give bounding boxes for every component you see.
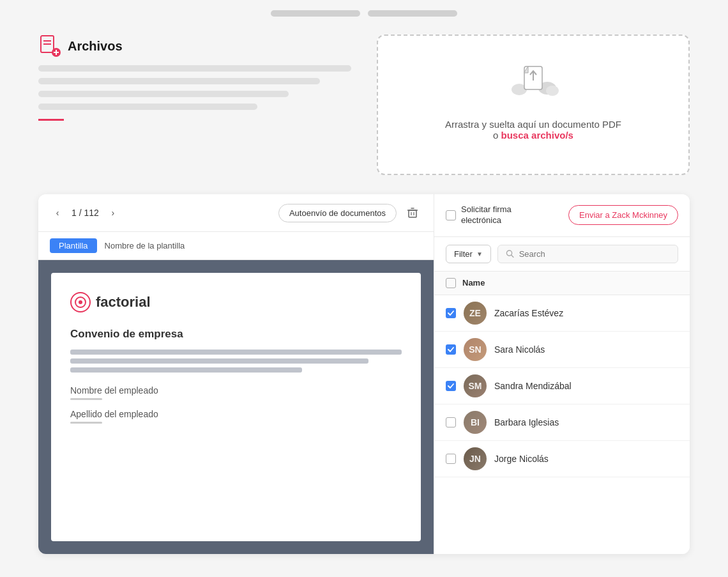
checkbox-zacarias[interactable] bbox=[446, 308, 456, 318]
doc-preview: factorial Convenio de empresa Nombre del… bbox=[38, 260, 434, 554]
filter-bar: Filter ▼ bbox=[434, 237, 690, 272]
table-header: Name bbox=[434, 272, 690, 295]
person-row: BI Barbara Iglesias bbox=[434, 404, 690, 441]
lower-section: ‹ 1 / 112 › Autoenvío de documentos bbox=[38, 194, 690, 554]
select-all-checkbox[interactable] bbox=[446, 278, 456, 288]
factorial-logo: factorial bbox=[70, 292, 402, 312]
checkbox-jorge[interactable] bbox=[446, 454, 456, 464]
avatar-sara: SN bbox=[464, 338, 487, 361]
page-info: 1 / 112 bbox=[72, 208, 99, 218]
top-bar-pill-2 bbox=[368, 10, 457, 17]
svg-point-7 bbox=[546, 86, 559, 96]
recipients-panel: Solicitar firmaelectrónica Enviar a Zack… bbox=[434, 194, 690, 554]
main-container: Archivos bbox=[0, 22, 728, 567]
checkbox-barbara[interactable] bbox=[446, 417, 456, 427]
person-row: SN Sara Nicolás bbox=[434, 332, 690, 368]
doc-panel: ‹ 1 / 112 › Autoenvío de documentos bbox=[38, 194, 434, 554]
avatar-sandra: SM bbox=[464, 374, 487, 397]
doc-title: Convenio de empresa bbox=[70, 328, 402, 341]
skeleton-lines bbox=[38, 65, 351, 110]
upload-link[interactable]: busca archivo/s bbox=[501, 130, 573, 141]
doc-nav: ‹ 1 / 112 › bbox=[50, 205, 121, 220]
svg-rect-12 bbox=[409, 210, 416, 217]
top-bar-pill-1 bbox=[271, 10, 360, 17]
doc-line-1 bbox=[70, 350, 402, 355]
avatar-zacarias: ZE bbox=[464, 302, 487, 325]
search-input[interactable] bbox=[519, 249, 670, 259]
upload-icon-container bbox=[508, 61, 559, 106]
file-upload-icon bbox=[38, 35, 61, 58]
skeleton-line-3 bbox=[38, 91, 289, 97]
person-name-sara: Sara Nicolás bbox=[494, 344, 545, 355]
archivos-header: Archivos bbox=[38, 35, 351, 58]
upload-main-text: Arrastra y suelta aquí un documento PDF … bbox=[445, 119, 621, 141]
doc-line-2 bbox=[70, 358, 368, 364]
delete-button[interactable] bbox=[403, 203, 422, 222]
filter-label: Filter bbox=[454, 249, 473, 259]
doc-page: factorial Convenio de empresa Nombre del… bbox=[51, 273, 421, 541]
person-name-barbara: Barbara Iglesias bbox=[494, 417, 559, 427]
skeleton-line-2 bbox=[38, 78, 320, 84]
name-column-header: Name bbox=[462, 278, 485, 288]
enviar-button[interactable]: Enviar a Zack Mckinney bbox=[568, 205, 678, 225]
doc-toolbar-right: Autoenvío de documentos bbox=[278, 203, 422, 222]
field-apellido-label: Apellido del empleado bbox=[70, 409, 402, 419]
checkbox-sara[interactable] bbox=[446, 344, 456, 355]
doc-toolbar: ‹ 1 / 112 › Autoenvío de documentos bbox=[38, 194, 434, 232]
solicitar-block: Solicitar firmaelectrónica bbox=[446, 204, 512, 226]
right-panel: Arrastra y suelta aquí un documento PDF … bbox=[377, 35, 690, 175]
solicitar-text: Solicitar firmaelectrónica bbox=[461, 204, 512, 226]
avatar-jorge: JN bbox=[464, 447, 487, 470]
solicitar-checkbox[interactable] bbox=[446, 210, 456, 220]
person-name-jorge: Jorge Nicolás bbox=[494, 454, 549, 464]
next-page-button[interactable]: › bbox=[105, 205, 121, 220]
svg-point-19 bbox=[79, 300, 82, 304]
upload-zone[interactable]: Arrastra y suelta aquí un documento PDF … bbox=[377, 35, 690, 175]
doc-content-lines bbox=[70, 350, 402, 373]
chevron-down-icon: ▼ bbox=[476, 250, 483, 258]
filter-dropdown[interactable]: Filter ▼ bbox=[446, 245, 491, 263]
tab-nombre-plantilla[interactable]: Nombre de la plantilla bbox=[105, 241, 185, 250]
doc-line-3 bbox=[70, 367, 302, 373]
field-nombre-underline bbox=[70, 398, 102, 400]
red-underline bbox=[38, 119, 64, 121]
svg-line-21 bbox=[512, 256, 513, 258]
person-row: JN Jorge Nicolás bbox=[434, 441, 690, 477]
checkbox-sandra[interactable] bbox=[446, 381, 456, 391]
top-bar bbox=[0, 0, 728, 22]
skeleton-line-4 bbox=[38, 104, 257, 110]
logo-text: factorial bbox=[96, 294, 151, 311]
tab-plantilla[interactable]: Plantilla bbox=[50, 238, 97, 253]
people-list: ZE Zacarías Estévez SN Sara Nicolás bbox=[434, 295, 690, 477]
autoenvio-button[interactable]: Autoenvío de documentos bbox=[278, 204, 397, 222]
upper-section: Archivos bbox=[38, 35, 690, 175]
avatar-barbara: BI bbox=[464, 411, 487, 434]
archivos-title: Archivos bbox=[68, 39, 123, 54]
template-tabs: Plantilla Nombre de la plantilla bbox=[38, 232, 434, 260]
field-nombre-label: Nombre del empleado bbox=[70, 385, 402, 396]
person-row: ZE Zacarías Estévez bbox=[434, 295, 690, 332]
search-icon bbox=[506, 249, 514, 258]
prev-page-button[interactable]: ‹ bbox=[50, 205, 65, 220]
skeleton-line-1 bbox=[38, 65, 351, 72]
person-row: SM Sandra Mendizábal bbox=[434, 368, 690, 404]
search-input-wrap bbox=[497, 245, 678, 263]
field-apellido-underline bbox=[70, 422, 102, 424]
recipients-header: Solicitar firmaelectrónica Enviar a Zack… bbox=[434, 194, 690, 237]
person-name-zacarias: Zacarías Estévez bbox=[494, 308, 563, 318]
left-panel: Archivos bbox=[38, 35, 351, 121]
person-name-sandra: Sandra Mendizábal bbox=[494, 381, 572, 391]
